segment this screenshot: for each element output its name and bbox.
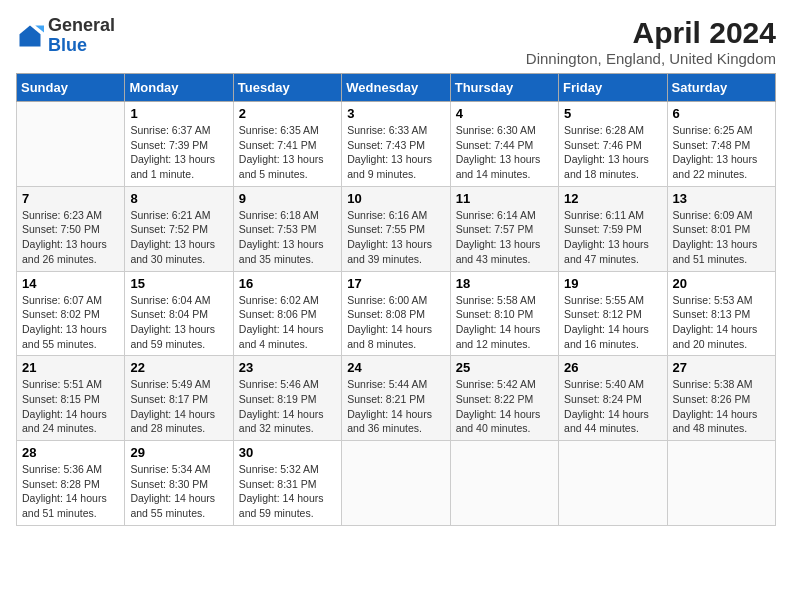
day-detail: Sunrise: 6:02 AMSunset: 8:06 PMDaylight:… bbox=[239, 293, 336, 352]
day-detail: Sunrise: 6:25 AMSunset: 7:48 PMDaylight:… bbox=[673, 123, 770, 182]
svg-marker-0 bbox=[20, 25, 41, 46]
day-detail: Sunrise: 6:28 AMSunset: 7:46 PMDaylight:… bbox=[564, 123, 661, 182]
day-number: 15 bbox=[130, 276, 227, 291]
day-detail: Sunrise: 6:37 AMSunset: 7:39 PMDaylight:… bbox=[130, 123, 227, 182]
day-number: 19 bbox=[564, 276, 661, 291]
calendar-week-row: 14Sunrise: 6:07 AMSunset: 8:02 PMDayligh… bbox=[17, 271, 776, 356]
calendar-cell: 29Sunrise: 5:34 AMSunset: 8:30 PMDayligh… bbox=[125, 441, 233, 526]
calendar-cell: 2Sunrise: 6:35 AMSunset: 7:41 PMDaylight… bbox=[233, 102, 341, 187]
calendar-cell bbox=[17, 102, 125, 187]
day-number: 30 bbox=[239, 445, 336, 460]
location-text: Dinnington, England, United Kingdom bbox=[526, 50, 776, 67]
title-block: April 2024 Dinnington, England, United K… bbox=[526, 16, 776, 67]
day-detail: Sunrise: 5:49 AMSunset: 8:17 PMDaylight:… bbox=[130, 377, 227, 436]
calendar-week-row: 21Sunrise: 5:51 AMSunset: 8:15 PMDayligh… bbox=[17, 356, 776, 441]
calendar-cell: 4Sunrise: 6:30 AMSunset: 7:44 PMDaylight… bbox=[450, 102, 558, 187]
calendar-cell: 6Sunrise: 6:25 AMSunset: 7:48 PMDaylight… bbox=[667, 102, 775, 187]
day-number: 25 bbox=[456, 360, 553, 375]
day-detail: Sunrise: 6:11 AMSunset: 7:59 PMDaylight:… bbox=[564, 208, 661, 267]
day-detail: Sunrise: 6:16 AMSunset: 7:55 PMDaylight:… bbox=[347, 208, 444, 267]
calendar-cell bbox=[450, 441, 558, 526]
day-detail: Sunrise: 6:33 AMSunset: 7:43 PMDaylight:… bbox=[347, 123, 444, 182]
day-number: 18 bbox=[456, 276, 553, 291]
calendar-cell: 14Sunrise: 6:07 AMSunset: 8:02 PMDayligh… bbox=[17, 271, 125, 356]
day-detail: Sunrise: 5:44 AMSunset: 8:21 PMDaylight:… bbox=[347, 377, 444, 436]
calendar-cell: 18Sunrise: 5:58 AMSunset: 8:10 PMDayligh… bbox=[450, 271, 558, 356]
day-detail: Sunrise: 5:32 AMSunset: 8:31 PMDaylight:… bbox=[239, 462, 336, 521]
day-detail: Sunrise: 5:58 AMSunset: 8:10 PMDaylight:… bbox=[456, 293, 553, 352]
logo-blue-text: Blue bbox=[48, 35, 87, 55]
calendar-cell: 22Sunrise: 5:49 AMSunset: 8:17 PMDayligh… bbox=[125, 356, 233, 441]
day-detail: Sunrise: 6:09 AMSunset: 8:01 PMDaylight:… bbox=[673, 208, 770, 267]
day-number: 28 bbox=[22, 445, 119, 460]
day-number: 3 bbox=[347, 106, 444, 121]
logo: General Blue bbox=[16, 16, 115, 56]
day-number: 12 bbox=[564, 191, 661, 206]
day-detail: Sunrise: 6:23 AMSunset: 7:50 PMDaylight:… bbox=[22, 208, 119, 267]
weekday-header-monday: Monday bbox=[125, 74, 233, 102]
day-number: 13 bbox=[673, 191, 770, 206]
day-detail: Sunrise: 6:30 AMSunset: 7:44 PMDaylight:… bbox=[456, 123, 553, 182]
calendar-cell: 26Sunrise: 5:40 AMSunset: 8:24 PMDayligh… bbox=[559, 356, 667, 441]
weekday-header-wednesday: Wednesday bbox=[342, 74, 450, 102]
day-number: 20 bbox=[673, 276, 770, 291]
day-number: 27 bbox=[673, 360, 770, 375]
day-number: 29 bbox=[130, 445, 227, 460]
day-number: 24 bbox=[347, 360, 444, 375]
day-detail: Sunrise: 5:51 AMSunset: 8:15 PMDaylight:… bbox=[22, 377, 119, 436]
calendar-cell: 23Sunrise: 5:46 AMSunset: 8:19 PMDayligh… bbox=[233, 356, 341, 441]
day-detail: Sunrise: 5:42 AMSunset: 8:22 PMDaylight:… bbox=[456, 377, 553, 436]
calendar-cell: 12Sunrise: 6:11 AMSunset: 7:59 PMDayligh… bbox=[559, 186, 667, 271]
calendar-cell: 20Sunrise: 5:53 AMSunset: 8:13 PMDayligh… bbox=[667, 271, 775, 356]
day-number: 23 bbox=[239, 360, 336, 375]
day-number: 9 bbox=[239, 191, 336, 206]
weekday-header-friday: Friday bbox=[559, 74, 667, 102]
day-number: 22 bbox=[130, 360, 227, 375]
calendar-cell bbox=[667, 441, 775, 526]
day-detail: Sunrise: 6:00 AMSunset: 8:08 PMDaylight:… bbox=[347, 293, 444, 352]
calendar-cell: 1Sunrise: 6:37 AMSunset: 7:39 PMDaylight… bbox=[125, 102, 233, 187]
calendar-cell: 30Sunrise: 5:32 AMSunset: 8:31 PMDayligh… bbox=[233, 441, 341, 526]
day-detail: Sunrise: 6:18 AMSunset: 7:53 PMDaylight:… bbox=[239, 208, 336, 267]
day-number: 16 bbox=[239, 276, 336, 291]
calendar-cell: 16Sunrise: 6:02 AMSunset: 8:06 PMDayligh… bbox=[233, 271, 341, 356]
weekday-header-row: SundayMondayTuesdayWednesdayThursdayFrid… bbox=[17, 74, 776, 102]
day-detail: Sunrise: 6:21 AMSunset: 7:52 PMDaylight:… bbox=[130, 208, 227, 267]
logo-general-text: General bbox=[48, 15, 115, 35]
day-detail: Sunrise: 5:40 AMSunset: 8:24 PMDaylight:… bbox=[564, 377, 661, 436]
calendar-week-row: 7Sunrise: 6:23 AMSunset: 7:50 PMDaylight… bbox=[17, 186, 776, 271]
day-number: 11 bbox=[456, 191, 553, 206]
weekday-header-tuesday: Tuesday bbox=[233, 74, 341, 102]
calendar-cell: 17Sunrise: 6:00 AMSunset: 8:08 PMDayligh… bbox=[342, 271, 450, 356]
day-detail: Sunrise: 5:34 AMSunset: 8:30 PMDaylight:… bbox=[130, 462, 227, 521]
calendar-cell: 13Sunrise: 6:09 AMSunset: 8:01 PMDayligh… bbox=[667, 186, 775, 271]
calendar-cell: 25Sunrise: 5:42 AMSunset: 8:22 PMDayligh… bbox=[450, 356, 558, 441]
day-detail: Sunrise: 6:07 AMSunset: 8:02 PMDaylight:… bbox=[22, 293, 119, 352]
day-number: 6 bbox=[673, 106, 770, 121]
day-detail: Sunrise: 5:55 AMSunset: 8:12 PMDaylight:… bbox=[564, 293, 661, 352]
day-number: 5 bbox=[564, 106, 661, 121]
day-number: 26 bbox=[564, 360, 661, 375]
calendar-cell: 19Sunrise: 5:55 AMSunset: 8:12 PMDayligh… bbox=[559, 271, 667, 356]
day-number: 14 bbox=[22, 276, 119, 291]
calendar-week-row: 28Sunrise: 5:36 AMSunset: 8:28 PMDayligh… bbox=[17, 441, 776, 526]
day-number: 4 bbox=[456, 106, 553, 121]
calendar-cell bbox=[342, 441, 450, 526]
calendar-cell: 24Sunrise: 5:44 AMSunset: 8:21 PMDayligh… bbox=[342, 356, 450, 441]
day-detail: Sunrise: 6:35 AMSunset: 7:41 PMDaylight:… bbox=[239, 123, 336, 182]
day-number: 17 bbox=[347, 276, 444, 291]
calendar-cell: 10Sunrise: 6:16 AMSunset: 7:55 PMDayligh… bbox=[342, 186, 450, 271]
weekday-header-sunday: Sunday bbox=[17, 74, 125, 102]
calendar-cell bbox=[559, 441, 667, 526]
calendar-cell: 9Sunrise: 6:18 AMSunset: 7:53 PMDaylight… bbox=[233, 186, 341, 271]
calendar-week-row: 1Sunrise: 6:37 AMSunset: 7:39 PMDaylight… bbox=[17, 102, 776, 187]
page-header: General Blue April 2024 Dinnington, Engl… bbox=[16, 16, 776, 67]
day-number: 10 bbox=[347, 191, 444, 206]
calendar-cell: 11Sunrise: 6:14 AMSunset: 7:57 PMDayligh… bbox=[450, 186, 558, 271]
day-detail: Sunrise: 5:46 AMSunset: 8:19 PMDaylight:… bbox=[239, 377, 336, 436]
day-detail: Sunrise: 6:04 AMSunset: 8:04 PMDaylight:… bbox=[130, 293, 227, 352]
calendar-cell: 3Sunrise: 6:33 AMSunset: 7:43 PMDaylight… bbox=[342, 102, 450, 187]
day-detail: Sunrise: 6:14 AMSunset: 7:57 PMDaylight:… bbox=[456, 208, 553, 267]
calendar-cell: 7Sunrise: 6:23 AMSunset: 7:50 PMDaylight… bbox=[17, 186, 125, 271]
weekday-header-thursday: Thursday bbox=[450, 74, 558, 102]
